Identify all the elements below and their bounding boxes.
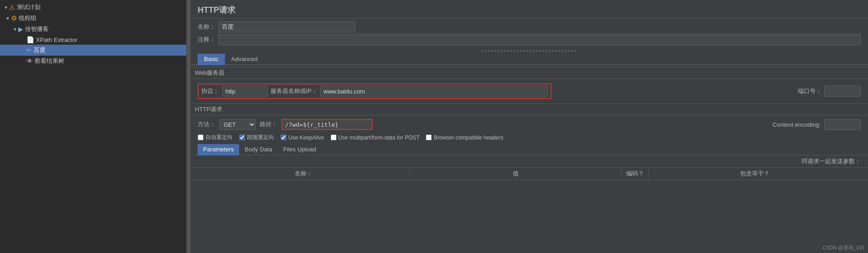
col-include-header: 包含等于？ (649, 168, 861, 180)
auto-redirect-option[interactable]: 自动重定向 (198, 134, 233, 141)
web-server-fields: 协议： 服务器名称或IP： 端口号： (190, 79, 868, 102)
protocol-input[interactable] (222, 86, 268, 97)
method-label: 方法： (198, 120, 216, 129)
comment-label: 注释： (198, 36, 216, 44)
col-encode-header: 编码？ (622, 168, 649, 180)
sub-tab-bar: Parameters Body Data Files Upload (190, 144, 868, 155)
http-request-section-header: HTTP请求 (190, 103, 868, 115)
eye-icon: 👁 (26, 57, 33, 65)
tab-advanced[interactable]: Advanced (225, 54, 264, 65)
name-row: 名称： (198, 21, 861, 32)
name-label: 名称： (198, 23, 216, 31)
page-title: HTTP请求 (190, 0, 868, 19)
sidebar-resize-handle[interactable]: ··· (187, 0, 190, 253)
name-section: 名称： 注释： (190, 19, 868, 48)
path-input[interactable] (281, 119, 373, 130)
follow-redirect-checkbox[interactable] (239, 134, 245, 140)
web-server-row: 协议： 服务器名称或IP： 端口号： (198, 83, 861, 99)
col-value-header: 值 (410, 168, 622, 180)
method-select[interactable]: GET POST PUT DELETE (220, 119, 256, 130)
options-row: 自动重定向 跟随重定向 Use KeepAlive Use multipart/… (190, 131, 868, 144)
browser-headers-checkbox[interactable] (426, 134, 432, 140)
auto-redirect-checkbox[interactable] (198, 134, 204, 140)
protocol-label: 协议： (201, 87, 220, 95)
server-label: 服务器名称或IP： (271, 87, 317, 95)
table-info-row: 同请求一起发送参数： (190, 155, 868, 168)
folder-icon: ▶ (18, 26, 23, 33)
watermark: CSDN @墨瑶_165 (822, 244, 864, 251)
server-fields-group: 协议： 服务器名称或IP： (198, 83, 551, 99)
expand-arrow: ▼ (5, 16, 10, 21)
sidebar-item-baidu[interactable]: ✏ 百度 (0, 45, 186, 56)
sidebar: ▼ ⚠ 测试计划 ▼ ⚙ 线程组 ▼ ▶ 传智播客 📄 XPath Extrac… (0, 0, 187, 253)
follow-redirect-option[interactable]: 跟随重定向 (239, 134, 274, 141)
http-request-fields: 方法： GET POST PUT DELETE 路径： Content enco… (190, 115, 868, 131)
subtab-body-data[interactable]: Body Data (239, 144, 278, 155)
web-server-section-header: Web服务器 (190, 67, 868, 79)
col-name-header: 名称： (198, 168, 410, 180)
browser-headers-option[interactable]: Browser-compatible headers (426, 134, 503, 141)
sidebar-item-thread-group[interactable]: ▼ ⚙ 线程组 (0, 13, 186, 24)
main-tab-bar: Basic Advanced (190, 54, 868, 65)
content-encoding-input[interactable] (824, 119, 861, 130)
parameters-table-area: 同请求一起发送参数： 名称： 值 编码？ 包含等于？ (190, 155, 868, 253)
sidebar-item-test-plan[interactable]: ▼ ⚠ 测试计划 (0, 2, 186, 13)
expand-arrow: ▼ (13, 27, 17, 32)
xpath-icon: 📄 (26, 36, 34, 43)
method-path-row: 方法： GET POST PUT DELETE 路径： Content enco… (198, 119, 861, 130)
content-encoding-label: Content encoding: (772, 121, 821, 128)
subtab-parameters[interactable]: Parameters (198, 144, 239, 155)
scroll-indicator: ▾▾▾▾▾▾▾▾▾▾▾▾▾▾▾▾▾▾▾▾▾▾▾▾▾▾▾▾▾▾ (190, 48, 868, 54)
comment-row: 注释： (198, 34, 861, 45)
subtab-files-upload[interactable]: Files Upload (278, 144, 322, 155)
table-info-text: 同请求一起发送参数： (802, 157, 861, 165)
multipart-option[interactable]: Use multipart/form-data for POST (331, 134, 420, 141)
comment-input[interactable] (219, 34, 861, 45)
name-input[interactable] (219, 21, 355, 32)
main-panel: HTTP请求 名称： 注释： ▾▾▾▾▾▾▾▾▾▾▾▾▾▾▾▾▾▾▾▾▾▾▾▾▾… (190, 0, 868, 253)
table-header-row: 名称： 值 编码？ 包含等于？ (190, 168, 868, 180)
sidebar-item-view-results[interactable]: 👁 察看结果树 (0, 56, 186, 67)
server-input[interactable] (320, 86, 548, 97)
port-label: 端口号： (798, 87, 822, 95)
pencil-icon: ✏ (26, 46, 32, 54)
warning-icon: ⚠ (9, 4, 15, 11)
expand-arrow: ▼ (4, 5, 8, 10)
multipart-checkbox[interactable] (331, 134, 337, 140)
port-input[interactable] (824, 86, 861, 97)
tab-basic[interactable]: Basic (198, 54, 225, 65)
path-label: 路径： (260, 120, 278, 129)
keepalive-checkbox[interactable] (281, 134, 286, 140)
sidebar-item-chuanzhi[interactable]: ▼ ▶ 传智播客 (0, 24, 186, 35)
keepalive-option[interactable]: Use KeepAlive (281, 134, 324, 141)
gear-icon: ⚙ (11, 14, 17, 22)
sidebar-item-xpath-extractor[interactable]: 📄 XPath Extractor (0, 35, 186, 45)
